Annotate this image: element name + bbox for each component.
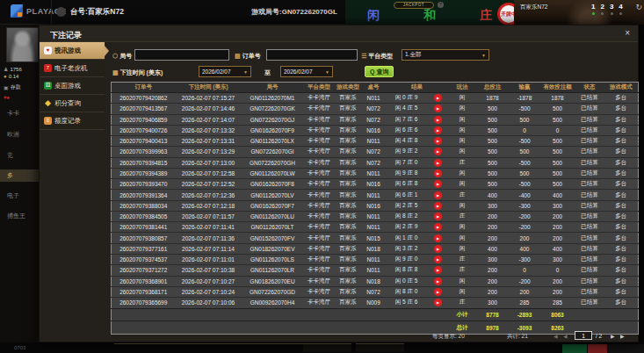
background-panel-edge xyxy=(114,343,303,344)
replay-video-icon[interactable]: ▶ xyxy=(428,104,449,114)
play-icon[interactable]: ▶ xyxy=(434,266,442,274)
play-icon[interactable]: ▶ xyxy=(434,159,442,167)
replay-video-icon[interactable]: ▶ xyxy=(428,157,449,168)
replay-video-icon[interactable]: ▶ xyxy=(428,233,449,243)
replay-video-icon[interactable]: ▶ xyxy=(428,147,449,157)
prev-page-icon[interactable]: ◀ xyxy=(563,333,568,339)
cell-time: 2026-02-07 07:11:14 xyxy=(176,243,242,254)
replay-video-icon[interactable]: ▶ xyxy=(428,114,449,125)
cell-round: GN018262070EU xyxy=(242,276,304,286)
cell-winloss: -500 xyxy=(510,157,540,168)
play-icon[interactable]: ▶ xyxy=(434,256,442,263)
cell-total: 500 xyxy=(476,104,510,114)
play-icon[interactable]: ▶ xyxy=(434,213,442,220)
page-input[interactable]: 1 xyxy=(575,331,592,340)
replay-video-icon[interactable]: ▶ xyxy=(428,276,449,286)
replay-video-icon[interactable]: ▶ xyxy=(428,265,449,276)
cell-round: GN009262070H4 xyxy=(242,298,304,308)
coin-icon: ● xyxy=(4,74,7,79)
sidebar-item-kaka[interactable]: 卡卡 xyxy=(0,109,39,118)
replay-video-icon[interactable]: ▶ xyxy=(428,93,449,104)
cell-status: 已结算 xyxy=(575,93,604,104)
cell-winloss: 0 xyxy=(510,265,540,276)
replay-video-icon[interactable]: ▶ xyxy=(428,298,449,308)
menu-item-table-games[interactable]: ⚄ 桌面游戏 xyxy=(40,77,105,95)
play-icon[interactable]: ▶ xyxy=(434,299,442,306)
cell-game: 百家乐 xyxy=(335,243,362,254)
help-icon[interactable]: ? xyxy=(438,2,444,8)
menu-item-slots[interactable]: 7 电子老虎机 xyxy=(40,60,105,77)
cards-shortcut[interactable]: ♥♠ xyxy=(4,95,10,100)
replay-video-icon[interactable]: ▶ xyxy=(428,286,449,297)
cell-total: 500 xyxy=(476,179,510,190)
play-icon[interactable]: ▶ xyxy=(434,223,442,231)
search-icon: Q xyxy=(370,68,374,75)
cell-order: 260207079381441 xyxy=(112,222,176,233)
replay-video-icon[interactable]: ▶ xyxy=(428,243,449,254)
date-from-select[interactable]: 2026/02/07 ▼ xyxy=(199,66,251,77)
replay-video-icon[interactable]: ▶ xyxy=(428,222,449,233)
cell-result: 闲 0 庄 5 xyxy=(386,276,428,286)
play-icon[interactable]: ▶ xyxy=(434,245,442,253)
date-to-select[interactable]: 2026/02/07 ▼ xyxy=(280,66,333,77)
cell-play: 闲 xyxy=(449,233,476,243)
play-icon[interactable]: ▶ xyxy=(434,191,442,199)
replay-video-icon[interactable]: ▶ xyxy=(428,179,449,190)
cell-order: 260207079420862 xyxy=(112,93,176,104)
video-page-2[interactable]: 2 xyxy=(600,3,604,15)
dealer-video-thumbnail[interactable]: 百家乐N72 1 2 3 4 ↻ xyxy=(514,0,644,25)
replay-video-icon[interactable]: ▶ xyxy=(428,254,449,264)
play-icon[interactable]: ▶ xyxy=(434,148,442,155)
play-icon[interactable]: ▶ xyxy=(434,94,442,102)
sidebar-item-europe[interactable]: 欧洲 xyxy=(0,130,39,139)
cards-icon: ♥ xyxy=(44,47,52,54)
play-icon[interactable]: ▶ xyxy=(434,116,442,124)
play-icon[interactable]: ▶ xyxy=(434,202,442,210)
sidebar-item-electronic[interactable]: 电子 xyxy=(0,191,39,200)
first-page-icon[interactable]: ◀ xyxy=(554,333,558,339)
replay-video-icon[interactable]: ▶ xyxy=(428,190,449,200)
play-icon[interactable]: ▶ xyxy=(434,104,442,112)
play-icon[interactable]: ▶ xyxy=(434,180,442,188)
refresh-icon[interactable]: ↻ xyxy=(635,3,642,11)
sidebar-item-fishing[interactable]: 捕鱼王 xyxy=(0,212,39,220)
close-icon[interactable]: × xyxy=(625,28,630,38)
to-label: 至 xyxy=(264,68,271,77)
menu-item-video-games[interactable]: ♥ 视讯游戏 xyxy=(40,42,105,60)
replay-video-icon[interactable]: ▶ xyxy=(428,211,449,221)
sidebar-item-jing[interactable]: 竞 xyxy=(0,151,39,160)
replay-video-icon[interactable]: ▶ xyxy=(428,136,449,147)
cell-order: 260207079391364 xyxy=(112,190,176,200)
diamond-icon: ◆ xyxy=(44,99,52,107)
menu-label: 桌面游戏 xyxy=(54,82,81,90)
cell-mode: 多台 xyxy=(604,222,639,233)
last-page-icon[interactable]: ▶ xyxy=(620,333,625,339)
cell-winloss: -200 xyxy=(510,222,540,233)
video-page-3[interactable]: 3 xyxy=(610,3,613,15)
cell-game: 百家乐 xyxy=(335,136,362,147)
col-order: 订单号 xyxy=(112,83,176,93)
play-icon[interactable]: ▶ xyxy=(434,288,442,296)
play-icon[interactable]: ▶ xyxy=(434,126,442,134)
replay-video-icon[interactable]: ▶ xyxy=(428,200,449,211)
sidebar-item-multi[interactable]: 多 xyxy=(0,169,39,182)
platform-type-select[interactable]: 1.全部 ▼ xyxy=(402,49,489,61)
play-icon[interactable]: ▶ xyxy=(434,137,442,145)
deposit-button[interactable]: ▣存款 xyxy=(4,83,21,91)
menu-item-points-query[interactable]: ◆ 积分查询 xyxy=(40,95,105,112)
replay-video-icon[interactable]: ▶ xyxy=(428,168,449,178)
menu-item-credit-records[interactable]: ≡ 额度记录 xyxy=(40,112,105,130)
cell-play: 闲 xyxy=(449,222,476,233)
video-page-1[interactable]: 1 xyxy=(591,3,595,15)
next-page-icon[interactable]: ▶ xyxy=(611,333,615,339)
search-button[interactable]: Q 查询 xyxy=(365,66,394,77)
play-icon[interactable]: ▶ xyxy=(434,234,442,242)
round-no-input[interactable] xyxy=(134,49,229,61)
play-icon[interactable]: ▶ xyxy=(434,277,442,285)
replay-video-icon[interactable]: ▶ xyxy=(428,125,449,135)
order-no-input[interactable] xyxy=(266,49,358,61)
cell-total: 200 xyxy=(476,211,510,221)
play-icon[interactable]: ▶ xyxy=(434,169,442,177)
video-page-4[interactable]: 4 xyxy=(619,3,622,15)
background-card-green xyxy=(562,344,587,353)
